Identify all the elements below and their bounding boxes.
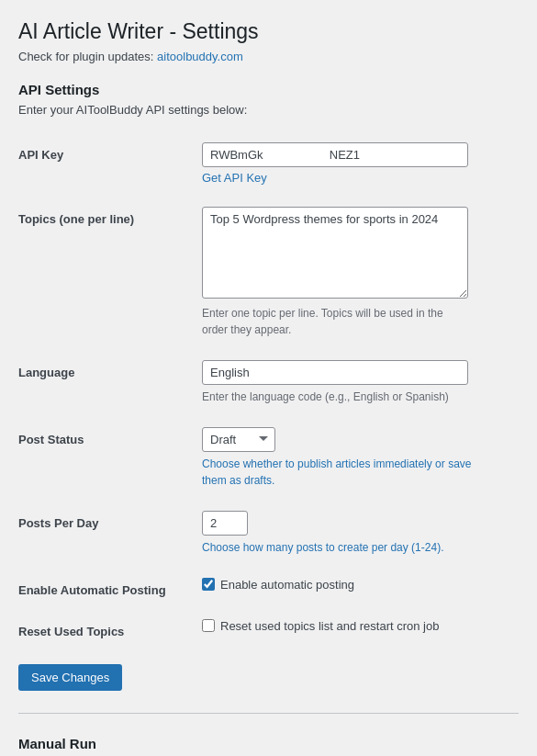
enable-auto-posting-checkbox[interactable] (202, 578, 215, 591)
post-status-label: Post Status (18, 427, 202, 446)
language-row: Language Enter the language code (e.g., … (18, 349, 519, 416)
posts-per-day-row: Posts Per Day Choose how many posts to c… (18, 500, 519, 567)
topics-hint: Enter one topic per line. Topics will be… (202, 305, 468, 338)
topics-textarea[interactable]: Top 5 Wordpress themes for sports in 202… (202, 207, 468, 299)
get-api-key-link[interactable]: Get API Key (202, 171, 519, 185)
enable-auto-posting-control: Enable automatic posting (202, 578, 519, 592)
api-key-label: API Key (18, 142, 202, 162)
manual-run-section: Manual Run Click the button below to man… (18, 736, 519, 756)
section-divider (18, 713, 519, 714)
post-status-select[interactable]: Draft Publish (202, 427, 275, 452)
page-container: AI Article Writer - Settings Check for p… (0, 0, 537, 756)
enable-auto-posting-text: Enable automatic posting (220, 578, 354, 592)
api-section-title: API Settings (18, 82, 519, 97)
reset-topics-row: Reset Used Topics Reset used topics list… (18, 608, 519, 649)
enable-auto-posting-row: Enable Automatic Posting Enable automati… (18, 567, 519, 608)
api-section-subtitle: Enter your AIToolBuddy API settings belo… (18, 103, 519, 117)
enable-auto-posting-checkbox-label[interactable]: Enable automatic posting (202, 578, 519, 592)
reset-topics-text: Reset used topics list and restart cron … (220, 619, 439, 633)
manual-run-title: Manual Run (18, 736, 519, 751)
language-control: Enter the language code (e.g., English o… (202, 360, 519, 405)
reset-topics-label: Reset Used Topics (18, 619, 202, 638)
reset-topics-checkbox[interactable] (202, 619, 215, 632)
update-check: Check for plugin updates: aitoolbuddy.co… (18, 50, 519, 63)
post-status-control: Draft Publish Choose whether to publish … (202, 427, 519, 489)
reset-topics-control: Reset used topics list and restart cron … (202, 619, 519, 633)
language-input[interactable] (202, 360, 468, 385)
reset-topics-checkbox-label[interactable]: Reset used topics list and restart cron … (202, 619, 519, 633)
enable-auto-posting-label: Enable Automatic Posting (18, 578, 202, 597)
topics-label: Topics (one per line) (18, 207, 202, 226)
language-hint: Enter the language code (e.g., English o… (202, 389, 468, 405)
api-key-row: API Key Get API Key (18, 131, 519, 196)
posts-per-day-control: Choose how many posts to create per day … (202, 511, 519, 556)
save-changes-button[interactable]: Save Changes (18, 664, 122, 691)
topics-row: Topics (one per line) Top 5 Wordpress th… (18, 196, 519, 349)
update-check-text: Check for plugin updates: (18, 50, 153, 63)
update-link[interactable]: aitoolbuddy.com (157, 50, 243, 63)
api-key-control: Get API Key (202, 142, 519, 185)
language-label: Language (18, 360, 202, 379)
posts-per-day-label: Posts Per Day (18, 511, 202, 530)
topics-control: Top 5 Wordpress themes for sports in 202… (202, 207, 519, 338)
posts-per-day-hint: Choose how many posts to create per day … (202, 539, 496, 556)
post-status-hint: Choose whether to publish articles immed… (202, 456, 496, 489)
api-key-input[interactable] (202, 142, 468, 167)
page-title: AI Article Writer - Settings (18, 18, 519, 46)
post-status-row: Post Status Draft Publish Choose whether… (18, 416, 519, 500)
posts-per-day-input[interactable] (202, 511, 248, 536)
